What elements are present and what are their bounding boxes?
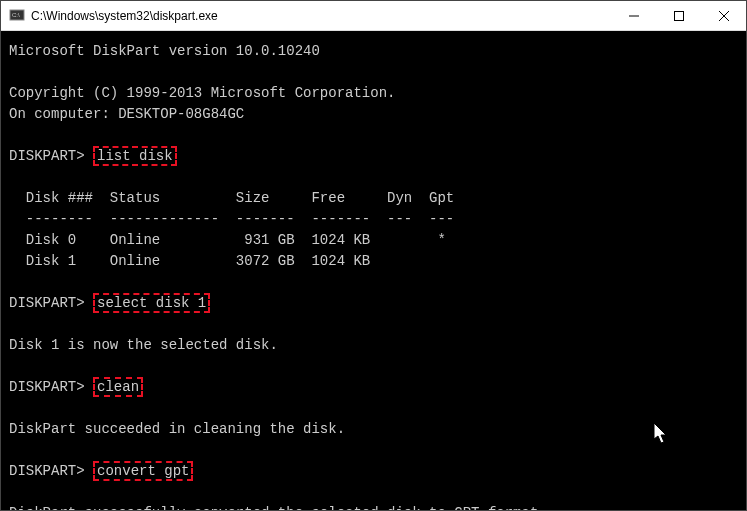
svg-text:C:\: C:\ [12, 12, 20, 18]
computer-line: On computer: DESKTOP-08G84GC [9, 104, 738, 125]
maximize-button[interactable] [656, 1, 701, 30]
command-select-disk: select disk 1 [93, 293, 210, 313]
maximize-icon [674, 11, 684, 21]
command-convert-gpt: convert gpt [93, 461, 193, 481]
app-icon: C:\ [9, 8, 25, 24]
titlebar[interactable]: C:\ C:\Windows\system32\diskpart.exe [1, 1, 746, 31]
prompt-line-3: DISKPART> clean [9, 377, 738, 398]
diskpart-window: C:\ C:\Windows\system32\diskpart.exe Mic… [0, 0, 747, 511]
version-line: Microsoft DiskPart version 10.0.10240 [9, 41, 738, 62]
close-button[interactable] [701, 1, 746, 30]
msg-selected: Disk 1 is now the selected disk. [9, 335, 738, 356]
window-controls [611, 1, 746, 30]
command-list-disk: list disk [93, 146, 177, 166]
msg-convert: DiskPart successfully converted the sele… [9, 503, 738, 510]
window-title: C:\Windows\system32\diskpart.exe [31, 9, 611, 23]
prompt-line-4: DISKPART> convert gpt [9, 461, 738, 482]
table-header: Disk ### Status Size Free Dyn Gpt [9, 188, 738, 209]
table-row: Disk 0 Online 931 GB 1024 KB * [9, 230, 738, 251]
terminal-body[interactable]: Microsoft DiskPart version 10.0.10240 Co… [1, 31, 746, 510]
close-icon [719, 11, 729, 21]
prompt-line-2: DISKPART> select disk 1 [9, 293, 738, 314]
prompt-label: DISKPART> [9, 148, 85, 164]
prompt-label: DISKPART> [9, 295, 85, 311]
copyright-line: Copyright (C) 1999-2013 Microsoft Corpor… [9, 83, 738, 104]
prompt-label: DISKPART> [9, 379, 85, 395]
minimize-icon [629, 11, 639, 21]
svg-rect-3 [674, 11, 683, 20]
command-clean: clean [93, 377, 143, 397]
prompt-line-1: DISKPART> list disk [9, 146, 738, 167]
prompt-label: DISKPART> [9, 463, 85, 479]
table-divider: -------- ------------- ------- ------- -… [9, 209, 738, 230]
minimize-button[interactable] [611, 1, 656, 30]
table-row: Disk 1 Online 3072 GB 1024 KB [9, 251, 738, 272]
msg-clean: DiskPart succeeded in cleaning the disk. [9, 419, 738, 440]
